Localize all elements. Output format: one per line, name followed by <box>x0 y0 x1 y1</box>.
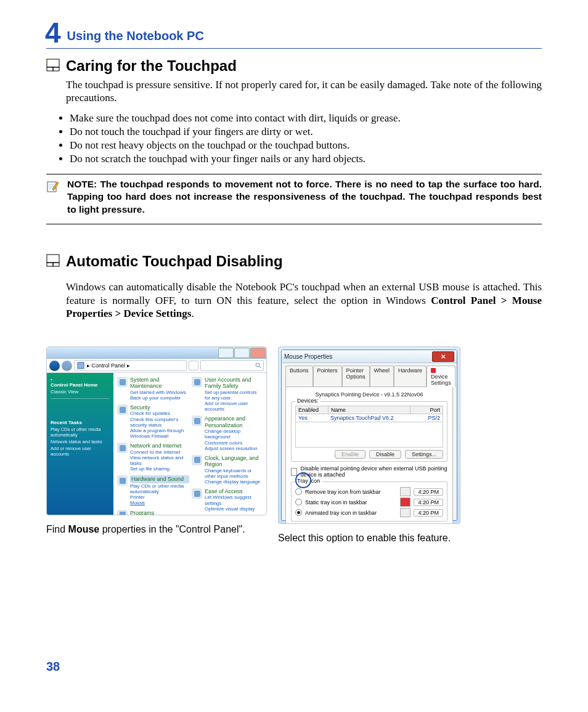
tab-hardware[interactable]: Hardware <box>394 366 427 387</box>
window-titlebar <box>47 347 266 359</box>
section1-intro: The touchpad is pressure sensitive. If n… <box>66 78 542 105</box>
refresh-icon[interactable] <box>189 361 198 370</box>
category-icon <box>192 415 202 426</box>
category-sublink[interactable]: Allow a program through Windows Firewall <box>130 428 189 439</box>
category-sublink[interactable]: Play CDs or other media automatically <box>130 483 189 494</box>
table-header: Enabled Name Port <box>295 406 443 414</box>
page-number: 38 <box>46 660 60 674</box>
cp-category[interactable]: Hardware and SoundPlay CDs or other medi… <box>117 475 189 505</box>
category-sublink[interactable]: Set up file sharing <box>130 466 189 472</box>
checkbox[interactable] <box>291 468 297 476</box>
tray-preview-icon <box>400 487 410 496</box>
window-titlebar: Mouse Properties ✕ <box>282 350 457 363</box>
svg-rect-22 <box>194 491 200 497</box>
touchpad-icon <box>46 254 60 268</box>
category-sublink[interactable]: Check this computer's security status <box>130 417 189 428</box>
category-sublink[interactable]: Get started with Windows <box>130 390 189 395</box>
sidebar-recent-link[interactable]: Add or remove user accounts <box>51 446 110 457</box>
category-sublink[interactable]: Check for updates <box>130 411 189 416</box>
cp-category[interactable]: System and MaintenanceGet started with W… <box>117 377 189 401</box>
category-sublink[interactable]: Add or remove user accounts <box>205 401 264 412</box>
cp-category[interactable]: Ease of AccessLet Windows suggest settin… <box>192 488 264 512</box>
time-label: 4:20 PM <box>414 499 443 506</box>
tray-option-static[interactable]: Static tray icon in taskbar 4:20 PM <box>295 497 443 507</box>
nav-forward-icon[interactable] <box>62 361 72 371</box>
enable-button[interactable]: Enable <box>335 450 365 459</box>
category-icon <box>192 377 202 387</box>
settings-button[interactable]: Settings... <box>405 450 443 459</box>
chapter-header: 4 Using the Notebook PC <box>46 18 542 49</box>
sidebar-item-home[interactable]: Control Panel Home <box>51 382 110 388</box>
chapter-title: Using the Notebook PC <box>67 29 204 47</box>
touchpad-icon <box>46 59 60 72</box>
tab-bar: Buttons Pointers Pointer Options Wheel H… <box>282 363 457 387</box>
svg-rect-13 <box>120 379 126 385</box>
option-disable-internal[interactable]: Disable internal pointing device when ex… <box>291 465 447 478</box>
category-sublink[interactable]: Mouse <box>130 500 189 505</box>
address-toolbar: ▸ Control Panel ▸ <box>47 359 266 373</box>
sidebar-recent-link[interactable]: Play CDs or other media automatically <box>51 427 110 438</box>
close-button[interactable]: ✕ <box>432 351 454 362</box>
maximize-button[interactable] <box>234 348 250 358</box>
cp-category[interactable]: User Accounts and Family SafetySet up pa… <box>192 377 264 412</box>
figure-caption-right: Select this option to enable this featur… <box>278 533 460 544</box>
tray-option-remove[interactable]: Remove tray icon from taskbar 4:20 PM <box>295 487 443 496</box>
svg-rect-20 <box>194 418 200 424</box>
category-title: System and Maintenance <box>130 377 189 390</box>
tab-pane: Synaptics Pointing Device - v9.1.5 22Nov… <box>285 387 453 524</box>
sidebar-recent-link[interactable]: Network status and tasks <box>51 439 110 444</box>
cp-category[interactable]: SecurityCheck for updatesCheck this comp… <box>117 404 189 439</box>
table-row[interactable]: Yes Synaptics TouchPad V6.2 PS/2 <box>295 414 443 422</box>
figure-control-panel: ▸ Control Panel ▸ • Control Panel Home C… <box>46 346 267 515</box>
category-icon <box>192 488 202 499</box>
tab-pointer-options[interactable]: Pointer Options <box>342 366 370 387</box>
tray-option-animated[interactable]: Animated tray icon in taskbar 4:20 PM <box>295 508 443 517</box>
category-sublink[interactable]: Change keyboards or other input methods <box>205 468 264 479</box>
cp-category[interactable]: Network and InternetConnect to the Inter… <box>117 443 189 472</box>
search-input[interactable] <box>200 360 264 371</box>
tab-wheel[interactable]: Wheel <box>370 366 394 387</box>
category-title: User Accounts and Family Safety <box>205 377 264 390</box>
col-name: Name <box>329 406 410 414</box>
cp-category[interactable]: Clock, Language, and RegionChange keyboa… <box>192 455 264 485</box>
category-sublink[interactable]: Back up your computer <box>130 395 189 401</box>
nav-back-icon[interactable] <box>49 361 60 371</box>
category-sublink[interactable]: Let Windows suggest settings <box>205 494 264 505</box>
sidebar: • Control Panel Home Classic View Recent… <box>47 373 113 515</box>
option-label: Disable internal pointing device when ex… <box>300 465 447 478</box>
close-button[interactable] <box>250 348 266 358</box>
category-sublink[interactable]: Printer <box>130 494 189 500</box>
list-item: Make sure the touchpad does not come int… <box>70 112 542 125</box>
radio[interactable] <box>295 499 302 505</box>
svg-rect-21 <box>194 457 200 463</box>
category-title: Hardware and Sound <box>130 475 189 483</box>
text: Find <box>46 524 68 534</box>
category-sublink[interactable]: Set up parental controls for any user <box>205 390 264 401</box>
cp-category[interactable]: Appearance and PersonalizationChange des… <box>192 415 264 451</box>
precautions-list: Make sure the touchpad does not come int… <box>70 112 542 165</box>
category-sublink[interactable]: View network status and tasks <box>130 455 189 466</box>
disable-button[interactable]: Disable <box>369 450 401 459</box>
tab-pointers[interactable]: Pointers <box>313 366 342 387</box>
radio[interactable] <box>295 488 302 495</box>
category-sublink[interactable]: Customize colors <box>205 440 264 446</box>
radio[interactable] <box>295 509 302 516</box>
category-sublink[interactable]: Connect to the Internet <box>130 449 189 455</box>
category-sublink[interactable]: Change display language <box>205 479 264 485</box>
minimize-button[interactable] <box>218 348 234 358</box>
category-sublink[interactable]: Optimize visual display <box>205 506 264 512</box>
tray-preview-icon <box>400 497 410 507</box>
chapter-number: 4 <box>45 18 61 47</box>
note-icon <box>46 179 60 193</box>
tab-buttons[interactable]: Buttons <box>285 366 313 387</box>
category-sublink[interactable]: Change desktop background <box>205 428 264 440</box>
category-title: Network and Internet <box>130 443 189 449</box>
sidebar-item-classic[interactable]: Classic View <box>51 389 110 395</box>
breadcrumb[interactable]: ▸ Control Panel ▸ <box>74 360 187 371</box>
svg-rect-16 <box>120 478 126 484</box>
tab-device-settings[interactable]: Device Settings <box>427 366 455 387</box>
text-bold: Mouse <box>68 524 100 534</box>
cp-category[interactable]: ProgramsUninstall a programChange startu… <box>117 510 189 515</box>
category-sublink[interactable]: Adjust screen resolution <box>205 446 264 451</box>
option-label: Remove tray icon from taskbar <box>305 489 397 495</box>
